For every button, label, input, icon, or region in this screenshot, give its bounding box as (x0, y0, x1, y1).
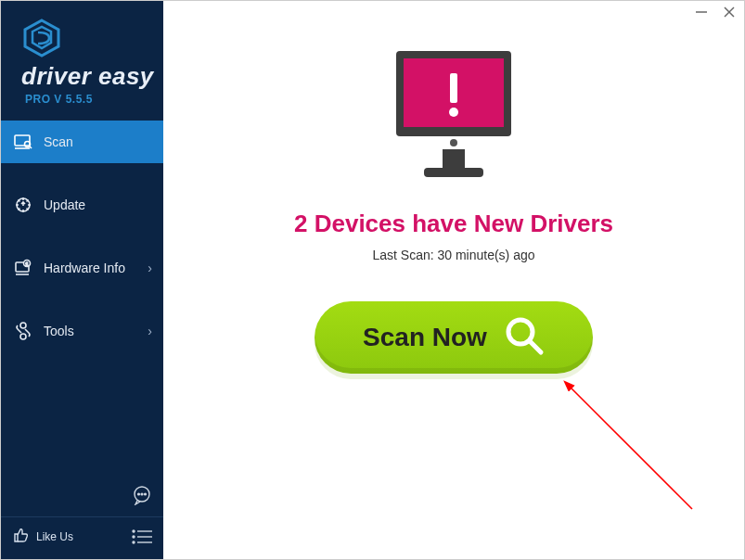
minimize-button[interactable] (694, 5, 709, 19)
svg-point-29 (450, 139, 457, 146)
svg-rect-13 (20, 323, 26, 328)
svg-line-7 (30, 146, 32, 148)
app-window: driver easy PRO V 5.5.5 Scan (0, 0, 745, 560)
annotation-arrow (562, 379, 720, 528)
brand-version: PRO V 5.5.5 (25, 93, 154, 106)
close-button[interactable] (722, 5, 737, 19)
chat-button[interactable] (132, 485, 152, 509)
sidebar-item-label: Hardware Info (44, 261, 125, 275)
sidebar-item-label: Tools (44, 324, 74, 338)
brand-name: driver easy (21, 62, 154, 91)
svg-rect-14 (20, 334, 26, 339)
sidebar-nav: Scan Update (1, 121, 163, 373)
sidebar-item-label: Scan (44, 134, 73, 149)
chevron-right-icon: › (148, 324, 152, 338)
last-scan-text: Last Scan: 30 minute(s) ago (372, 248, 534, 262)
scan-icon (14, 133, 32, 151)
svg-point-19 (133, 530, 135, 532)
like-us-button[interactable]: Like Us (12, 527, 73, 546)
sidebar-item-tools[interactable]: Tools › (1, 310, 163, 352)
brand-block: driver easy PRO V 5.5.5 (1, 1, 163, 115)
sidebar-item-update[interactable]: Update (1, 184, 163, 226)
svg-point-28 (449, 108, 458, 117)
brand-logo-icon (21, 18, 62, 62)
svg-point-17 (141, 493, 143, 495)
sidebar: driver easy PRO V 5.5.5 Scan (1, 1, 163, 559)
update-icon (14, 196, 32, 214)
hardware-info-icon: 1 (14, 259, 32, 277)
like-us-label: Like Us (36, 530, 73, 543)
status-headline: 2 Devices have New Drivers (294, 210, 613, 238)
monitor-alert-icon (379, 44, 528, 191)
window-controls (694, 5, 737, 19)
sidebar-item-hardware-info[interactable]: 1 Hardware Info › (1, 247, 163, 289)
svg-rect-31 (424, 168, 483, 177)
sidebar-item-scan[interactable]: Scan (1, 121, 163, 163)
svg-point-23 (133, 541, 135, 543)
thumbs-up-icon (12, 527, 29, 546)
svg-rect-27 (450, 73, 457, 103)
menu-icon[interactable] (132, 529, 152, 544)
svg-rect-4 (15, 135, 30, 146)
svg-text:1: 1 (25, 261, 28, 267)
scan-now-label: Scan Now (363, 323, 487, 352)
main-panel: 2 Devices have New Drivers Last Scan: 30… (163, 1, 744, 559)
svg-point-16 (138, 493, 140, 495)
svg-rect-30 (443, 149, 465, 168)
svg-line-33 (530, 341, 541, 352)
sidebar-bottom: Like Us (1, 516, 163, 559)
svg-point-18 (145, 493, 147, 495)
svg-line-34 (570, 387, 692, 509)
chevron-right-icon: › (148, 261, 152, 275)
sidebar-item-label: Update (44, 197, 85, 212)
tools-icon (14, 322, 32, 340)
scan-now-button[interactable]: Scan Now (315, 301, 593, 374)
magnifier-icon (504, 315, 545, 360)
svg-point-21 (133, 536, 135, 538)
